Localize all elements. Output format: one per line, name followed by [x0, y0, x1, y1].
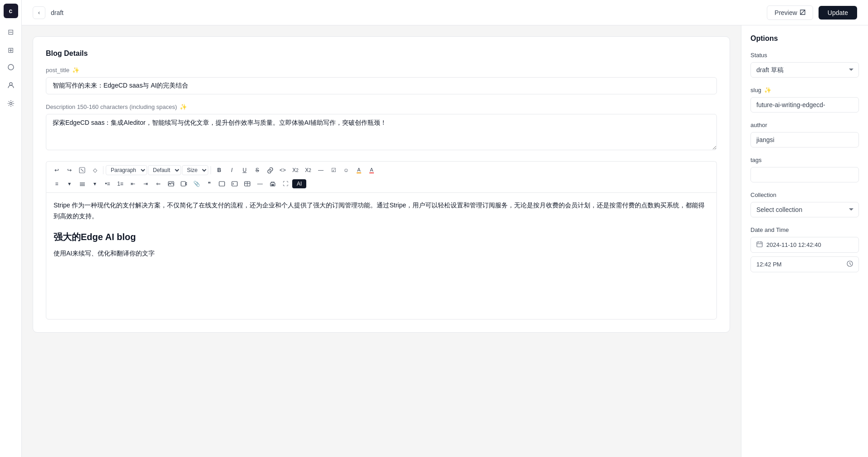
underline-button[interactable]: U — [239, 164, 250, 176]
person-icon — [7, 82, 15, 91]
collection-select[interactable]: Select collection — [750, 202, 859, 217]
svg-rect-10 — [181, 182, 186, 186]
slug-section: slug ✨ — [750, 87, 859, 113]
topbar-left: ‹ draft — [33, 6, 64, 19]
attachment-button[interactable]: 📎 — [191, 178, 202, 190]
list-props-button[interactable] — [76, 178, 88, 190]
datetime-label: Date and Time — [750, 226, 859, 233]
tags-section: tags — [750, 157, 859, 182]
rich-text-toolbar: ↩ ↪ ◇ Paragraph Heading 1 Heading 2 — [46, 161, 717, 192]
slug-label: slug ✨ — [750, 87, 859, 93]
grid-icon: ⊞ — [8, 46, 14, 54]
breadcrumb: draft — [51, 9, 64, 16]
sidebar-item-users[interactable] — [3, 78, 19, 94]
strikethrough-button[interactable]: S — [251, 164, 263, 176]
slug-input[interactable] — [750, 97, 859, 113]
svg-point-9 — [170, 183, 171, 184]
erase-button[interactable]: ◇ — [89, 164, 101, 176]
toggle-sidebar-button[interactable]: ⊟ — [3, 24, 19, 40]
checkbox-button[interactable]: ☑ — [328, 164, 339, 176]
code-block-button[interactable] — [216, 178, 228, 190]
link-button[interactable] — [264, 164, 276, 176]
outdent-button[interactable]: ⇐ — [152, 178, 164, 190]
table-button[interactable] — [241, 178, 253, 190]
back-button[interactable]: ‹ — [33, 6, 45, 19]
highlight-button[interactable]: A — [353, 164, 365, 176]
description-label: Description 150-160 characters (includin… — [46, 103, 717, 110]
post-title-input[interactable] — [46, 77, 717, 94]
format-clear-button[interactable] — [76, 164, 88, 176]
paragraph-select[interactable]: Paragraph Heading 1 Heading 2 — [106, 165, 147, 175]
sidebar-item-grid[interactable]: ⊞ — [3, 42, 19, 58]
toolbar-row-1: ↩ ↪ ◇ Paragraph Heading 1 Heading 2 — [51, 164, 712, 176]
content-area: Blog Details post_title ✨ Description 15… — [22, 25, 868, 457]
superscript-button[interactable]: X2 — [302, 164, 314, 176]
svg-line-4 — [81, 169, 83, 172]
divider-2 — [211, 166, 211, 174]
svg-rect-18 — [271, 184, 274, 186]
tags-input[interactable] — [750, 167, 859, 182]
indent-decrease-button[interactable]: ⇤ — [127, 178, 139, 190]
app-logo[interactable]: c — [4, 4, 18, 18]
rich-text-editor[interactable]: Stripe 作为一种现代化的支付解决方案，不仅简化了在线支付的流程，还为企业和… — [46, 192, 717, 319]
datetime-section: Date and Time 2024-11-10 12:42:40 12:42 … — [750, 226, 859, 272]
bold-button[interactable]: B — [213, 164, 225, 176]
code-inline-button[interactable]: <> — [277, 164, 289, 176]
align-button[interactable]: ≡ — [51, 178, 63, 190]
text-color-button[interactable]: A — [366, 164, 378, 176]
size-select[interactable]: Size — [182, 165, 208, 175]
date-display[interactable]: 2024-11-10 12:42:40 — [750, 237, 859, 253]
svg-rect-12 — [232, 182, 237, 186]
redo-button[interactable]: ↪ — [64, 164, 75, 176]
desc-wand-icon: ✨ — [180, 103, 187, 110]
author-input[interactable] — [750, 132, 859, 147]
default-select[interactable]: Default — [148, 165, 181, 175]
rich-content-paragraph: Stripe 作为一种现代化的支付解决方案，不仅简化了在线支付的流程，还为企业和… — [54, 200, 709, 222]
time-value: 12:42 PM — [756, 261, 782, 268]
status-section: Status draft 草稿 — [750, 52, 859, 78]
video-button[interactable] — [178, 178, 190, 190]
circle-icon — [7, 64, 15, 73]
clock-icon — [847, 260, 853, 268]
indent-increase-button[interactable]: ⇥ — [140, 178, 152, 190]
image-button[interactable] — [165, 178, 177, 190]
divider-1 — [103, 166, 103, 174]
subscript-button[interactable]: X2 — [289, 164, 301, 176]
list-props-dropdown[interactable]: ▾ — [89, 178, 101, 190]
bullet-list-button[interactable]: •≡ — [102, 178, 113, 190]
ai-button[interactable]: AI — [292, 179, 306, 188]
print-button[interactable] — [267, 178, 279, 190]
sidebar-item-circle[interactable] — [3, 60, 19, 76]
italic-button[interactable]: I — [226, 164, 238, 176]
rich-content-heading: 强大的Edge AI blog — [54, 229, 709, 245]
external-link-icon — [800, 9, 805, 16]
status-select[interactable]: draft 草稿 — [750, 62, 859, 78]
align-dropdown-button[interactable]: ▾ — [64, 178, 75, 190]
editor-panel: Blog Details post_title ✨ Description 15… — [22, 25, 741, 457]
sidebar: c ⊟ ⊞ — [0, 0, 22, 457]
blockquote-button[interactable]: ❝ — [203, 178, 215, 190]
horizontal-button[interactable]: — — [254, 178, 266, 190]
collection-section: Collection Select collection — [750, 192, 859, 217]
rich-content-subtext: 使用AI来续写、优化和翻译你的文字 — [54, 248, 709, 259]
wand-icon: ✨ — [72, 67, 79, 74]
undo-button[interactable]: ↩ — [51, 164, 63, 176]
topbar-right: Preview Update — [767, 5, 857, 20]
fullscreen-button[interactable]: ⛶ — [280, 178, 291, 190]
author-label: author — [750, 122, 859, 128]
time-display[interactable]: 12:42 PM — [750, 256, 859, 272]
update-button[interactable]: Update — [819, 6, 857, 20]
preview-button[interactable]: Preview — [767, 5, 813, 20]
ordered-list-button[interactable]: 1≡ — [114, 178, 126, 190]
options-panel: Options Status draft 草稿 slug ✨ author — [741, 25, 868, 457]
topbar: ‹ draft Preview Update — [22, 0, 868, 25]
hr-button[interactable]: — — [315, 164, 327, 176]
emoji-button[interactable]: ☺ — [340, 164, 352, 176]
svg-rect-11 — [219, 182, 225, 186]
description-textarea[interactable]: 探索EdgeCD saas：集成AIeditor，智能续写与优化文章，提升创作效… — [46, 114, 717, 150]
code-end-button[interactable] — [229, 178, 240, 190]
sidebar-item-settings[interactable] — [3, 96, 19, 113]
preview-label: Preview — [775, 9, 797, 16]
collection-label: Collection — [750, 192, 859, 198]
datetime-value: 2024-11-10 12:42:40 — [766, 241, 821, 248]
